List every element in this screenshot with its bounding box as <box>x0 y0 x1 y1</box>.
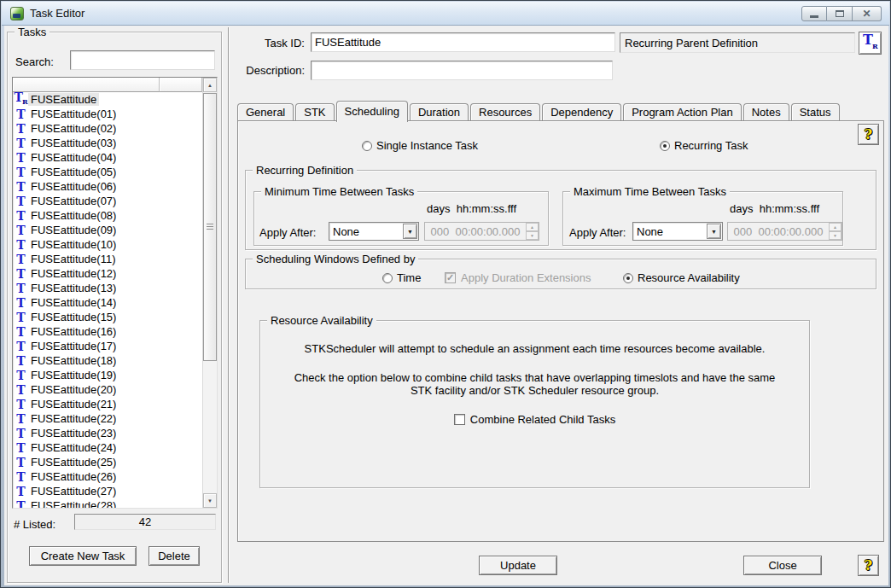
help-button-bottom[interactable]: ? <box>858 555 879 576</box>
task-list-item[interactable]: TFUSEattitude(18) <box>14 353 202 368</box>
dropdown-arrow-icon[interactable]: ▼ <box>707 224 721 239</box>
minimum-time-label: Minimum Time Between Tasks <box>261 185 417 198</box>
tab-status[interactable]: Status <box>791 103 840 121</box>
task-list-item[interactable]: TFUSEattitude(21) <box>14 397 202 411</box>
task-label: FUSEattitude(01) <box>28 108 119 120</box>
search-input[interactable] <box>70 50 215 70</box>
task-icon: T <box>14 486 28 498</box>
task-list-item[interactable]: TFUSEattitude(27) <box>14 484 202 498</box>
max-apply-after-label: Apply After: <box>569 226 626 239</box>
resource-availability-group-label: Resource Availability <box>267 314 376 327</box>
task-id-input[interactable] <box>311 32 615 52</box>
scroll-up-button[interactable]: ▲ <box>203 78 217 92</box>
tab-duration[interactable]: Duration <box>410 103 469 121</box>
time-radio[interactable] <box>382 273 393 283</box>
single-instance-radio[interactable] <box>362 141 372 151</box>
task-list-item[interactable]: TFUSEattitude(01) <box>14 107 202 121</box>
task-list-rows: TRFUSEattitudeTFUSEattitude(01)TFUSEatti… <box>14 92 202 508</box>
maximize-button[interactable] <box>827 6 853 21</box>
task-list-item[interactable]: TFUSEattitude(09) <box>14 223 202 237</box>
task-label: FUSEattitude(14) <box>28 296 119 309</box>
task-list-item[interactable]: TFUSEattitude(03) <box>14 136 202 150</box>
task-list-item[interactable]: TFUSEattitude(16) <box>14 324 202 339</box>
close-dialog-button[interactable]: Close <box>743 556 822 575</box>
tab-dependency[interactable]: Dependency <box>542 103 621 121</box>
recurring-task-icon: TR <box>14 92 28 108</box>
task-icon: T <box>14 370 28 381</box>
maximum-time-label: Maximum Time Between Tasks <box>570 185 730 198</box>
task-list-item[interactable]: TFUSEattitude(20) <box>14 382 202 397</box>
tab-stk[interactable]: STK <box>295 103 334 121</box>
tab-strip: GeneralSTKSchedulingDurationResourcesDep… <box>237 100 842 121</box>
task-list-item[interactable]: TFUSEattitude(10) <box>14 237 202 252</box>
recurring-task-radio[interactable] <box>660 141 670 151</box>
task-icon: T <box>14 253 28 265</box>
tab-notes[interactable]: Notes <box>743 103 789 121</box>
task-list-item[interactable]: TFUSEattitude(17) <box>14 339 202 353</box>
task-list-item[interactable]: TFUSEattitude(14) <box>14 295 202 310</box>
task-list-item[interactable]: TFUSEattitude(05) <box>14 165 202 179</box>
task-icon: T <box>14 268 28 280</box>
task-label: FUSEattitude(24) <box>28 441 119 454</box>
task-list-item[interactable]: TFUSEattitude(25) <box>14 455 202 469</box>
task-list-item[interactable]: TFUSEattitude(06) <box>14 179 202 194</box>
max-apply-after-dropdown[interactable]: None ▼ <box>632 222 723 241</box>
scroll-up-icon: ▲ <box>207 83 213 88</box>
tab-scheduling[interactable]: Scheduling <box>336 101 408 122</box>
task-id-label: Task ID: <box>240 37 305 49</box>
task-icon: T <box>14 326 28 338</box>
task-list-item[interactable]: TFUSEattitude(07) <box>14 194 202 208</box>
description-input[interactable] <box>311 61 613 80</box>
create-new-task-button[interactable]: Create New Task <box>29 546 137 566</box>
task-label: FUSEattitude(28) <box>28 499 119 508</box>
resource-availability-radio[interactable] <box>623 273 633 283</box>
maximize-icon <box>836 10 844 17</box>
min-apply-after-dropdown[interactable]: None ▼ <box>329 222 419 241</box>
tab-general[interactable]: General <box>237 103 294 121</box>
task-list-item[interactable]: TFUSEattitude(23) <box>14 426 202 440</box>
task-list-item[interactable]: TFUSEattitude(24) <box>14 440 202 455</box>
task-list-item[interactable]: TFUSEattitude(28) <box>14 498 202 508</box>
task-label: FUSEattitude(10) <box>28 238 119 251</box>
task-list-item[interactable]: TFUSEattitude(19) <box>14 368 202 382</box>
spinner-up-icon: ▲ <box>829 223 842 231</box>
scroll-down-button[interactable]: ▼ <box>203 493 217 508</box>
help-button-top[interactable]: ? <box>858 124 879 145</box>
task-list-header-column1[interactable] <box>13 78 160 92</box>
task-list-item[interactable]: TFUSEattitude(02) <box>14 121 202 136</box>
task-list-item[interactable]: TFUSEattitude(13) <box>14 281 202 295</box>
update-button[interactable]: Update <box>479 556 557 575</box>
task-list-scrollbar[interactable]: ▲ ▼ <box>202 78 217 508</box>
task-list-item[interactable]: TFUSEattitude(08) <box>14 208 202 223</box>
combine-child-tasks-checkbox[interactable] <box>454 414 465 425</box>
task-list-item[interactable]: TRFUSEattitude <box>14 92 202 107</box>
task-list-item[interactable]: TFUSEattitude(12) <box>14 266 202 281</box>
tab-program-action-plan[interactable]: Program Action Plan <box>623 103 742 121</box>
task-icon: T <box>14 297 28 309</box>
delete-button[interactable]: Delete <box>148 546 200 566</box>
apply-duration-checkbox[interactable] <box>445 272 456 283</box>
task-list-item[interactable]: TFUSEattitude(26) <box>14 469 202 484</box>
task-list-item[interactable]: TFUSEattitude(11) <box>14 252 202 266</box>
recurring-task-label: Recurring Task <box>674 139 748 152</box>
task-list-item[interactable]: TFUSEattitude(04) <box>14 150 202 165</box>
task-icon: T <box>14 428 28 440</box>
tab-resources[interactable]: Resources <box>470 103 540 121</box>
task-icon: T <box>14 399 28 410</box>
scroll-down-icon: ▼ <box>207 498 213 504</box>
task-list-header-column2[interactable] <box>160 78 202 92</box>
task-list-item[interactable]: TFUSEattitude(22) <box>14 411 202 426</box>
task-icon: T <box>14 239 28 251</box>
titlebar: Task Editor ✕ <box>2 2 889 26</box>
maximum-time-groupbox: Maximum Time Between Tasks days hh:mm:ss… <box>562 191 843 246</box>
scrollbar-thumb[interactable] <box>203 93 217 361</box>
dropdown-arrow-icon[interactable]: ▼ <box>403 224 417 239</box>
close-button[interactable]: ✕ <box>853 6 882 21</box>
minimize-button[interactable] <box>801 6 827 21</box>
combine-child-tasks-label: Combine Related Child Tasks <box>470 413 615 426</box>
task-list-item[interactable]: TFUSEattitude(15) <box>14 310 202 324</box>
task-label: FUSEattitude <box>28 93 99 106</box>
resource-availability-groupbox: Resource Availability STKScheduler will … <box>259 320 810 488</box>
recurring-definition-label: Recurring Definition <box>253 164 357 177</box>
task-label: FUSEattitude(11) <box>28 253 118 265</box>
